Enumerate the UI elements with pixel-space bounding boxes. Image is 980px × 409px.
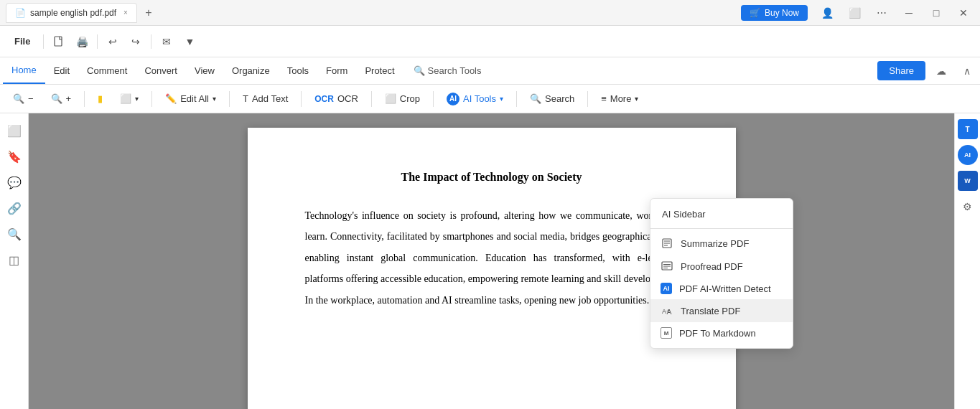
select-icon: ⬜ (120, 93, 131, 104)
edit-all-button[interactable]: ✏️ Edit All ▾ (158, 90, 223, 108)
user-icon[interactable]: 👤 (816, 2, 838, 24)
ai-tools-dropdown[interactable]: AI Sidebar Summarize PDF Proofread PDF A… (650, 198, 793, 349)
tool-divider-1 (84, 91, 85, 107)
pdf-markdown-item[interactable]: M PDF To Markdown (650, 322, 793, 344)
tab-title: sample english pdf.pdf (30, 8, 116, 18)
more-icon: ≡ (601, 93, 607, 104)
menu-view[interactable]: View (186, 58, 223, 84)
translate-icon: A+ (661, 304, 673, 317)
tool-divider-3 (229, 91, 230, 107)
tab-bar: 📄 sample english pdf.pdf × + 🛒 Buy Now 👤… (0, 0, 980, 26)
highlight-icon: ▮ (98, 93, 103, 104)
menu-edit[interactable]: Edit (45, 58, 78, 84)
crop-button[interactable]: ⬜ Crop (378, 90, 427, 108)
minimize-button[interactable]: ─ (898, 2, 920, 24)
svg-rect-0 (55, 37, 62, 46)
download-button[interactable]: ▼ (179, 31, 200, 52)
translate-label: Translate PDF (681, 306, 740, 316)
email-button[interactable]: ✉ (156, 31, 177, 52)
ai-icon: AI (447, 93, 459, 105)
ai-detect-item[interactable]: AI PDF AI-Written Detect (650, 278, 793, 299)
share-button[interactable]: Share (877, 61, 925, 80)
secondary-toolbar: 🔍 − 🔍 + ▮ ⬜ ▾ ✏️ Edit All ▾ T Add Text O… (0, 85, 980, 113)
undo-button[interactable]: ↩ (102, 31, 123, 52)
summarize-icon (661, 237, 673, 250)
sidebar-search-icon[interactable]: 🔍 (3, 222, 26, 245)
search-tools-icon: 🔍 (414, 65, 425, 76)
select-button[interactable]: ⬜ ▾ (113, 90, 146, 108)
menu-organize[interactable]: Organize (223, 58, 279, 84)
menu-tools[interactable]: Tools (279, 58, 317, 84)
tab-item[interactable]: 📄 sample english pdf.pdf × (6, 3, 137, 23)
menu-home[interactable]: Home (3, 58, 45, 84)
add-text-icon: T (243, 93, 248, 104)
menu-comment[interactable]: Comment (78, 58, 136, 84)
zoom-out-button[interactable]: 🔍 − (6, 90, 41, 108)
menu-convert[interactable]: Convert (136, 58, 186, 84)
file-menu[interactable]: File (6, 29, 39, 55)
more-button[interactable]: ≡ More ▾ (594, 90, 645, 108)
right-ai-icon[interactable]: AI (958, 145, 978, 165)
ai-detect-icon: AI (661, 283, 672, 294)
right-translate-icon[interactable]: T (958, 119, 978, 139)
right-word-icon[interactable]: W (958, 171, 978, 191)
search-tools-button[interactable]: 🔍 Search Tools (406, 62, 489, 79)
zoom-in-icon: 🔍 (51, 93, 62, 104)
new-file-icon (53, 36, 65, 47)
pdf-canvas: The Impact of Technology on Society Tech… (29, 113, 954, 409)
summarize-pdf-item[interactable]: Summarize PDF (650, 232, 793, 255)
redo-button[interactable]: ↪ (125, 31, 146, 52)
more-options-icon[interactable]: ⋯ (871, 2, 892, 24)
cart-icon: 🛒 (750, 8, 760, 18)
print-button[interactable]: 🖨️ (71, 31, 93, 52)
sidebar-bookmark-icon[interactable]: 🔖 (3, 145, 26, 168)
menu-protect[interactable]: Protect (356, 58, 403, 84)
add-text-button[interactable]: T Add Text (235, 90, 295, 108)
tool-divider-5 (371, 91, 372, 107)
tool-divider-2 (151, 91, 152, 107)
translate-pdf-item[interactable]: A+ Translate PDF (650, 299, 793, 322)
highlight-button[interactable]: ▮ (90, 90, 110, 108)
ocr-icon: OCR (314, 94, 334, 104)
ai-detect-label: PDF AI-Written Detect (679, 283, 771, 294)
dropdown-header: AI Sidebar (650, 203, 793, 225)
window-icon[interactable]: ⬜ (844, 2, 865, 24)
sidebar-layers-icon[interactable]: ◫ (3, 248, 26, 271)
tool-divider-4 (301, 91, 302, 107)
new-tab-button[interactable]: + (140, 4, 157, 22)
tab-close-button[interactable]: × (123, 9, 128, 17)
ai-tools-button[interactable]: AI AI Tools ▾ (439, 89, 510, 109)
left-sidebar: ⬜ 🔖 💬 🔗 🔍 ◫ (0, 113, 29, 409)
maximize-button[interactable]: □ (925, 2, 947, 24)
sidebar-comment-icon[interactable]: 💬 (3, 171, 26, 194)
sidebar-link-icon[interactable]: 🔗 (3, 197, 26, 220)
crop-icon: ⬜ (385, 93, 396, 104)
markdown-label: PDF To Markdown (679, 328, 756, 339)
top-toolbar: File 🖨️ ↩ ↪ ✉ ▼ (0, 26, 980, 57)
zoom-in-button[interactable]: 🔍 + (44, 90, 79, 108)
ocr-button[interactable]: OCR OCR (307, 90, 365, 108)
collapse-icon[interactable]: ∧ (957, 61, 977, 81)
cloud-sync-icon[interactable]: ☁ (931, 61, 951, 81)
close-window-button[interactable]: ✕ (953, 2, 974, 24)
search-icon: 🔍 (530, 93, 541, 104)
pdf-title: The Impact of Technology on Society (305, 171, 678, 184)
proofread-icon (661, 260, 673, 273)
dropdown-divider (650, 228, 793, 229)
markdown-icon: M (661, 327, 672, 339)
buy-now-button[interactable]: 🛒 Buy Now (741, 5, 808, 21)
toolbar-divider-3 (151, 34, 151, 49)
new-file-button[interactable] (48, 31, 70, 52)
menu-bar: Home Edit Comment Convert View Organize … (0, 57, 980, 85)
toolbar-divider-2 (97, 34, 98, 49)
pdf-body: Technology's influence on society is pro… (305, 205, 678, 311)
tool-divider-7 (516, 91, 517, 107)
tool-divider-6 (433, 91, 434, 107)
sidebar-thumbnail-icon[interactable]: ⬜ (3, 119, 26, 142)
menu-form[interactable]: Form (317, 58, 356, 84)
summarize-label: Summarize PDF (681, 238, 749, 249)
proofread-pdf-item[interactable]: Proofread PDF (650, 255, 793, 278)
search-button[interactable]: 🔍 Search (523, 90, 582, 108)
zoom-out-icon: 🔍 (13, 93, 24, 104)
right-settings-icon[interactable]: ⚙ (958, 197, 978, 217)
